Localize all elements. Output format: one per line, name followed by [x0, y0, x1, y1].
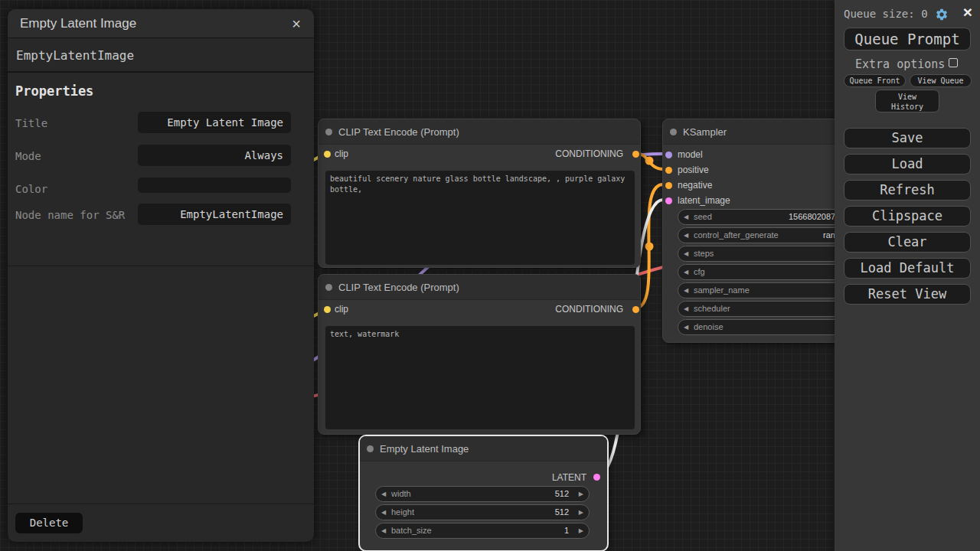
settings-gear-icon[interactable] [935, 8, 949, 21]
node-title-bar[interactable]: Empty Latent Image [360, 436, 607, 461]
decrement-arrow-icon[interactable]: ◀ [684, 246, 688, 261]
clip-input-label: clip [335, 304, 348, 315]
increment-arrow-icon[interactable]: ▶ [579, 487, 583, 501]
node-type-field[interactable]: EmptyLatentImage [8, 38, 314, 73]
extra-options-checkbox[interactable] [949, 58, 958, 67]
clipspace-button[interactable]: Clipspace [844, 206, 971, 227]
model-input-label: model [678, 149, 703, 160]
node-clip-text-encode-negative[interactable]: CLIP Text Encode (Prompt) clip CONDITION… [318, 274, 641, 435]
decrement-arrow-icon[interactable]: ◀ [684, 302, 688, 316]
conditioning-output-label: CONDITIONING [555, 304, 623, 315]
node-title: CLIP Text Encode (Prompt) [338, 275, 459, 300]
collapse-dot-icon[interactable] [670, 129, 677, 135]
node-title: KSampler [683, 119, 727, 145]
dialog-title-bar: Empty Latent Image [8, 9, 314, 38]
load-button[interactable]: Load [844, 154, 971, 174]
title-field-input[interactable]: Empty Latent Image [138, 112, 291, 133]
conditioning-output-port[interactable] [632, 306, 639, 313]
dialog-title: Empty Latent Image [20, 9, 136, 38]
negative-input-label: negative [678, 180, 712, 191]
clip-input-port[interactable] [324, 151, 331, 158]
negative-input-port[interactable] [665, 182, 672, 189]
color-field-input[interactable] [138, 178, 291, 193]
prompt-textarea[interactable]: text, watermark [325, 326, 635, 429]
increment-arrow-icon[interactable]: ▶ [579, 523, 583, 538]
latent-image-input-port[interactable] [665, 197, 672, 204]
node-name-field-input[interactable]: EmptyLatentImage [138, 204, 291, 225]
model-input-port[interactable] [665, 152, 672, 158]
collapse-dot-icon[interactable] [325, 129, 332, 135]
collapse-dot-icon[interactable] [325, 284, 332, 291]
node-title-bar[interactable]: CLIP Text Encode (Prompt) [318, 275, 640, 300]
conditioning-output-label: CONDITIONING [555, 148, 623, 159]
prompt-textarea[interactable]: beautiful scenery nature glass bottle la… [325, 171, 635, 265]
width-widget[interactable]: ◀ width 512 ▶ [375, 486, 590, 502]
node-properties-dialog: Empty Latent Image × EmptyLatentImage Pr… [8, 9, 314, 542]
collapse-dot-icon[interactable] [367, 445, 374, 452]
decrement-arrow-icon[interactable]: ◀ [381, 487, 386, 501]
refresh-button[interactable]: Refresh [844, 180, 971, 201]
queue-front-button[interactable]: Queue Front [844, 74, 906, 87]
queue-prompt-button[interactable]: Queue Prompt [844, 28, 971, 51]
decrement-arrow-icon[interactable]: ◀ [684, 283, 688, 298]
node-title: CLIP Text Encode (Prompt) [338, 119, 459, 145]
decrement-arrow-icon[interactable]: ◀ [684, 265, 688, 279]
height-widget[interactable]: ◀ height 512 ▶ [375, 504, 590, 520]
decrement-arrow-icon[interactable]: ◀ [684, 210, 688, 224]
comfy-menu-panel: Queue size: 0 × Queue Prompt Extra optio… [835, 0, 980, 551]
latent-output-label: LATENT [552, 472, 586, 483]
decrement-arrow-icon[interactable]: ◀ [684, 320, 688, 334]
close-icon[interactable]: × [286, 14, 306, 34]
title-field-label: Title [15, 116, 134, 131]
view-queue-button[interactable]: View Queue [910, 74, 972, 87]
conditioning-output-port[interactable] [632, 151, 639, 158]
save-button[interactable]: Save [844, 128, 971, 148]
mode-field-label: Mode [15, 148, 134, 164]
extra-options-label: Extra options [855, 57, 945, 71]
view-history-button[interactable]: View History [875, 90, 939, 112]
node-empty-latent-image[interactable]: Empty Latent Image LATENT ◀ width 512 ▶ … [360, 436, 607, 550]
queue-size-text: Queue size: 0 [844, 8, 928, 20]
node-title-bar[interactable]: CLIP Text Encode (Prompt) [318, 119, 640, 145]
reset-view-button[interactable]: Reset View [844, 284, 971, 305]
latent-output-port[interactable] [593, 474, 600, 481]
footer-divider [8, 504, 314, 504]
decrement-arrow-icon[interactable]: ◀ [684, 228, 688, 243]
clear-button[interactable]: Clear [844, 232, 971, 253]
delete-button[interactable]: Delete [15, 513, 83, 533]
increment-arrow-icon[interactable]: ▶ [579, 505, 583, 520]
section-divider [8, 266, 314, 266]
close-menu-icon[interactable]: × [959, 3, 977, 21]
positive-input-port[interactable] [665, 167, 672, 174]
mode-field-input[interactable]: Always [138, 145, 291, 166]
properties-heading: Properties [15, 83, 93, 99]
node-title: Empty Latent Image [380, 436, 469, 461]
clip-input-port[interactable] [324, 306, 331, 313]
decrement-arrow-icon[interactable]: ◀ [381, 505, 386, 520]
clip-input-label: clip [335, 148, 348, 159]
decrement-arrow-icon[interactable]: ◀ [381, 523, 386, 538]
node-name-field-label: Node name for S&R [15, 207, 134, 223]
color-field-label: Color [15, 181, 134, 197]
latent-image-input-label: latent_image [678, 195, 730, 206]
batch-size-widget[interactable]: ◀ batch_size 1 ▶ [375, 523, 590, 539]
node-clip-text-encode-positive[interactable]: CLIP Text Encode (Prompt) clip CONDITION… [318, 119, 641, 268]
positive-input-label: positive [678, 165, 709, 175]
load-default-button[interactable]: Load Default [844, 258, 971, 279]
